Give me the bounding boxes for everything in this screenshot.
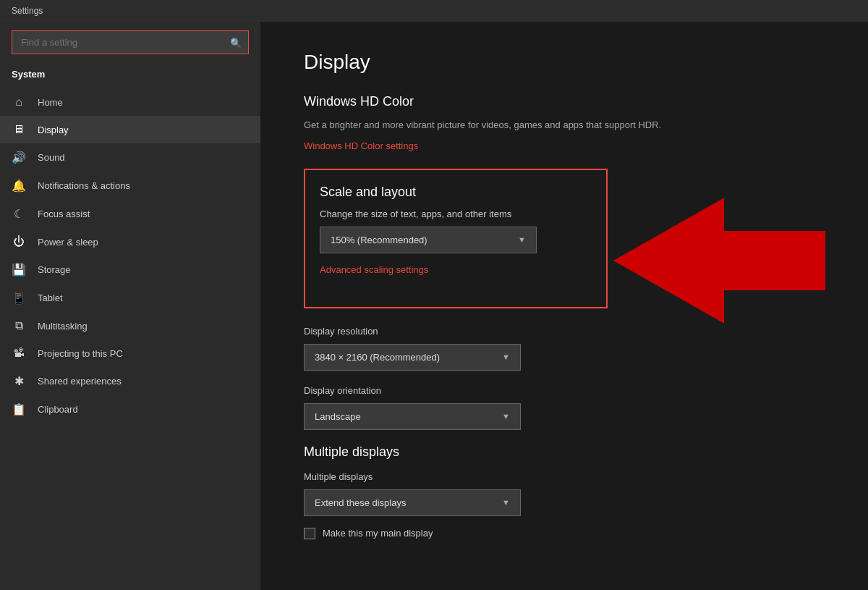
- sidebar-item-projecting[interactable]: 📽 Projecting to this PC: [0, 340, 260, 367]
- clipboard-icon: 📋: [12, 403, 26, 416]
- advanced-scaling-link[interactable]: Advanced scaling settings: [320, 264, 428, 275]
- hd-color-link[interactable]: Windows HD Color settings: [304, 140, 418, 151]
- sound-icon: 🔊: [12, 151, 26, 164]
- sidebar-item-clipboard-label: Clipboard: [38, 404, 78, 415]
- sidebar-item-shared-label: Shared experiences: [38, 376, 122, 387]
- sidebar-item-shared[interactable]: ✱ Shared experiences: [0, 367, 260, 395]
- multiple-displays-value: Extend these displays: [315, 497, 406, 508]
- orientation-section: Display orientation Landscape ▼: [304, 385, 825, 430]
- orientation-label: Display orientation: [304, 385, 825, 396]
- display-icon: 🖥: [12, 123, 26, 136]
- sidebar-item-multitasking[interactable]: ⧉ Multitasking: [0, 312, 260, 340]
- focus-icon: ☾: [12, 207, 26, 221]
- sidebar-item-display[interactable]: 🖥 Display: [0, 116, 260, 143]
- scale-layout-title: Scale and layout: [320, 185, 592, 200]
- storage-icon: 💾: [12, 263, 26, 277]
- multiple-displays-label: Multiple displays: [304, 471, 825, 482]
- multitasking-icon: ⧉: [12, 319, 26, 332]
- sidebar: 🔍 System ⌂ Home 🖥 Display 🔊 Sound 🔔 Noti…: [0, 22, 260, 590]
- sidebar-item-home-label: Home: [38, 97, 63, 108]
- sidebar-item-sound[interactable]: 🔊 Sound: [0, 143, 260, 172]
- resolution-section: Display resolution 3840 × 2160 (Recommen…: [304, 326, 825, 371]
- sidebar-item-tablet[interactable]: 📱 Tablet: [0, 284, 260, 312]
- sidebar-item-tablet-label: Tablet: [38, 292, 63, 303]
- hd-color-title: Windows HD Color: [304, 94, 825, 109]
- notifications-icon: 🔔: [12, 179, 26, 193]
- sidebar-item-power-label: Power & sleep: [38, 237, 98, 248]
- orientation-dropdown-value: Landscape: [315, 411, 361, 422]
- tablet-icon: 📱: [12, 291, 26, 305]
- sidebar-item-focus-label: Focus assist: [38, 208, 90, 219]
- hd-color-description: Get a brighter and more vibrant picture …: [304, 118, 665, 132]
- sidebar-item-notifications[interactable]: 🔔 Notifications & actions: [0, 172, 260, 200]
- multiple-displays-dropdown[interactable]: Extend these displays ▼: [304, 489, 521, 516]
- scale-dropdown[interactable]: 150% (Recommended) ▼: [320, 227, 537, 253]
- shared-icon: ✱: [12, 374, 26, 388]
- main-display-checkbox[interactable]: [304, 528, 315, 539]
- multiple-displays-chevron: ▼: [502, 498, 510, 507]
- title-bar-label: Settings: [12, 6, 43, 16]
- sidebar-item-notifications-label: Notifications & actions: [38, 180, 130, 191]
- sidebar-item-sound-label: Sound: [38, 152, 65, 163]
- scale-change-label: Change the size of text, apps, and other…: [320, 208, 592, 219]
- home-icon: ⌂: [12, 96, 26, 109]
- svg-marker-0: [615, 199, 825, 322]
- scale-dropdown-chevron: ▼: [518, 235, 526, 244]
- orientation-dropdown-chevron: ▼: [502, 412, 510, 421]
- sidebar-item-clipboard[interactable]: 📋 Clipboard: [0, 395, 260, 423]
- arrow-annotation: [608, 195, 839, 326]
- resolution-label: Display resolution: [304, 326, 825, 337]
- resolution-dropdown[interactable]: 3840 × 2160 (Recommended) ▼: [304, 344, 521, 371]
- sidebar-item-display-label: Display: [38, 125, 69, 135]
- system-label: System: [0, 63, 260, 88]
- sidebar-item-power[interactable]: ⏻ Power & sleep: [0, 228, 260, 256]
- sidebar-item-projecting-label: Projecting to this PC: [38, 348, 123, 359]
- title-bar: Settings: [0, 0, 868, 22]
- sidebar-item-home[interactable]: ⌂ Home: [0, 88, 260, 116]
- red-arrow-svg: [608, 195, 839, 326]
- main-content: Display Windows HD Color Get a brighter …: [260, 22, 868, 590]
- sidebar-item-storage-label: Storage: [38, 264, 71, 275]
- projecting-icon: 📽: [12, 347, 26, 360]
- sidebar-item-multitasking-label: Multitasking: [38, 321, 88, 332]
- resolution-dropdown-value: 3840 × 2160 (Recommended): [315, 352, 440, 363]
- sidebar-item-focus[interactable]: ☾ Focus assist: [0, 200, 260, 228]
- search-container: 🔍: [0, 22, 260, 63]
- multiple-displays-title: Multiple displays: [304, 444, 825, 460]
- main-display-row: Make this my main display: [304, 528, 825, 539]
- scale-dropdown-value: 150% (Recommended): [331, 235, 427, 245]
- sidebar-item-storage[interactable]: 💾 Storage: [0, 256, 260, 284]
- scale-layout-box: Scale and layout Change the size of text…: [304, 169, 608, 308]
- page-title: Display: [304, 51, 825, 74]
- main-display-label: Make this my main display: [323, 528, 433, 539]
- resolution-dropdown-chevron: ▼: [502, 353, 510, 361]
- search-input[interactable]: [12, 30, 249, 54]
- orientation-dropdown[interactable]: Landscape ▼: [304, 403, 521, 430]
- power-icon: ⏻: [12, 235, 26, 248]
